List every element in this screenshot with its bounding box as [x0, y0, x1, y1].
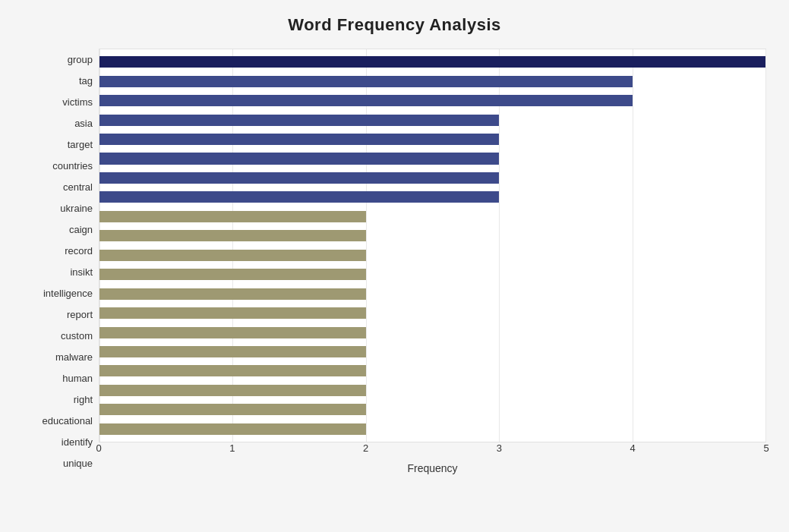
bar-custom	[99, 307, 366, 319]
bottom-section: 012345 Frequency	[99, 442, 766, 474]
y-label-asia: asia	[74, 118, 93, 128]
bar-ukraine	[99, 191, 499, 203]
bar-row-ukraine	[99, 187, 765, 206]
chart-container: Word Frequency Analysis grouptagvictimsa…	[0, 0, 789, 532]
y-label-central: central	[63, 182, 93, 192]
bar-row-custom	[99, 304, 765, 323]
y-label-educational: educational	[43, 416, 93, 426]
y-label-countries: countries	[52, 161, 93, 171]
bar-row-target	[99, 130, 765, 149]
bar-row-intelligence	[99, 265, 765, 284]
x-tick-1: 1	[229, 442, 235, 454]
bar-row-group	[99, 52, 765, 71]
bar-human	[99, 346, 366, 357]
bar-row-insikt	[99, 246, 765, 265]
bar-caign	[99, 211, 366, 222]
x-tick-2: 2	[363, 442, 368, 454]
x-tick-3: 3	[497, 442, 502, 454]
grid-line-5	[765, 49, 766, 442]
bar-row-caign	[99, 207, 765, 226]
bar-row-malware	[99, 323, 765, 342]
bar-insikt	[99, 250, 366, 261]
bar-countries	[99, 153, 499, 164]
bar-row-educational	[99, 381, 765, 400]
y-label-malware: malware	[55, 352, 93, 362]
y-label-record: record	[65, 246, 93, 256]
bar-row-record	[99, 226, 765, 245]
bar-tag	[99, 76, 633, 87]
bar-intelligence	[99, 269, 366, 280]
y-label-caign: caign	[69, 225, 93, 235]
bar-educational	[99, 385, 366, 396]
bar-row-asia	[99, 110, 765, 129]
y-label-victims: victims	[62, 97, 93, 107]
y-label-human: human	[62, 373, 93, 383]
y-label-unique: unique	[63, 458, 93, 468]
chart-area: grouptagvictimsasiatargetcountriescentra…	[23, 49, 766, 474]
bar-asia	[99, 115, 499, 126]
y-label-intelligence: intelligence	[43, 288, 93, 298]
bar-row-report	[99, 284, 765, 303]
bar-right	[99, 365, 366, 376]
bar-central	[99, 172, 499, 184]
y-label-right: right	[74, 395, 93, 405]
x-tick-0: 0	[96, 442, 101, 454]
bar-group	[99, 56, 765, 68]
bar-identify	[99, 404, 366, 415]
chart-title: Word Frequency Analysis	[23, 15, 766, 35]
y-label-ukraine: ukraine	[60, 203, 93, 213]
bar-row-right	[99, 361, 765, 380]
bar-unique	[99, 423, 366, 435]
bar-row-victims	[99, 91, 765, 110]
y-axis-labels: grouptagvictimsasiatargetcountriescentra…	[23, 49, 99, 474]
y-label-target: target	[68, 140, 93, 150]
bar-row-human	[99, 342, 765, 361]
y-label-tag: tag	[79, 76, 93, 86]
x-tick-4: 4	[630, 442, 636, 454]
bar-malware	[99, 327, 366, 338]
bar-row-countries	[99, 149, 765, 168]
bar-report	[99, 288, 366, 300]
bar-row-unique	[99, 420, 765, 439]
bar-target	[99, 134, 499, 145]
bar-row-central	[99, 168, 765, 187]
grid-and-bars	[99, 49, 766, 442]
y-label-identify: identify	[62, 437, 93, 447]
bar-row-tag	[99, 71, 765, 90]
y-label-insikt: insikt	[70, 267, 93, 277]
y-label-report: report	[67, 310, 93, 320]
x-tick-5: 5	[763, 442, 768, 454]
x-axis-label: Frequency	[99, 462, 766, 474]
y-label-group: group	[68, 55, 93, 65]
y-label-custom: custom	[61, 331, 93, 341]
bar-row-identify	[99, 400, 765, 419]
bar-record	[99, 230, 366, 241]
bar-victims	[99, 95, 633, 106]
